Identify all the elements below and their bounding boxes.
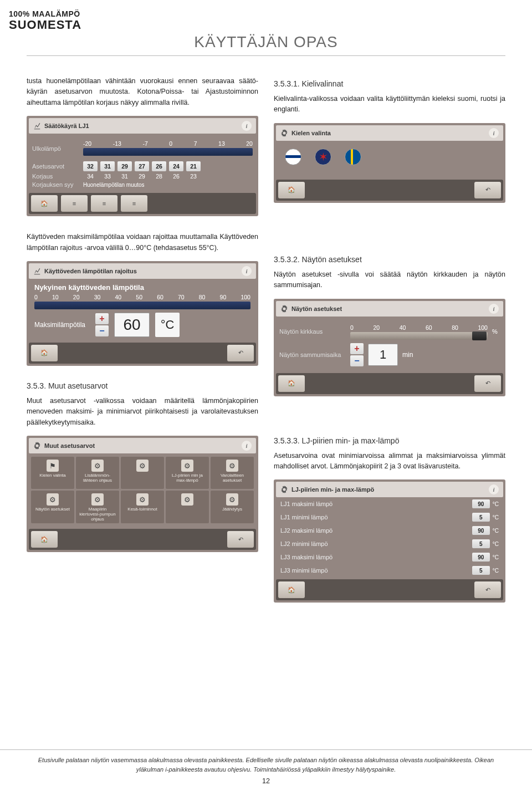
val-box[interactable]: 21 — [186, 161, 201, 171]
info-icon[interactable]: i — [489, 484, 499, 494]
foot-btn[interactable]: ≡ — [121, 195, 147, 212]
lj-row: LJ2 maksimi lämpö90°C — [276, 524, 503, 537]
scale-val: 70 — [178, 294, 185, 300]
scale-val: 30 — [94, 294, 101, 300]
info-icon[interactable]: i — [242, 121, 252, 131]
info-icon[interactable]: i — [242, 266, 252, 276]
scale-val: 60 — [426, 324, 432, 331]
panel-footer: 🏠 ↶ — [29, 529, 256, 550]
flag-english[interactable] — [315, 149, 331, 165]
back-button[interactable]: ↶ — [227, 345, 254, 361]
plus-button[interactable]: + — [350, 343, 364, 354]
lj-value[interactable]: 90 — [472, 526, 490, 535]
val-box[interactable]: 26 — [152, 161, 166, 171]
info-icon[interactable]: i — [489, 304, 499, 314]
val-box[interactable]: 32 — [83, 161, 98, 171]
scale-val: 80 — [199, 294, 206, 300]
back-button[interactable]: ↶ — [474, 182, 501, 198]
left-para1: tusta huonelämpötilaan vähintään vuoroka… — [27, 76, 258, 108]
chart-icon — [33, 267, 41, 275]
gear-icon: ⚙ — [136, 493, 149, 506]
setting-cell[interactable]: ⚙LJ-piirien min ja max-lämpö — [166, 457, 209, 489]
gear-icon: ⚙ — [91, 460, 104, 472]
temp-bar[interactable] — [34, 302, 250, 309]
home-button[interactable]: 🏠 — [31, 531, 58, 548]
lj-value[interactable]: 90 — [472, 499, 490, 508]
scale-val: 100 — [478, 324, 488, 331]
lj-value[interactable]: 5 — [472, 539, 490, 548]
right-para1: Kielivalinta-valikossa voidaan valita kä… — [274, 94, 505, 115]
back-button[interactable]: ↶ — [227, 531, 254, 548]
scale-val: 20 — [73, 294, 80, 300]
panel-footer: 🏠 ↶ — [29, 343, 256, 364]
home-button[interactable]: 🏠 — [278, 375, 305, 392]
setting-cell[interactable]: ⚙ — [121, 457, 164, 489]
scale-val: 10 — [52, 294, 59, 300]
home-button[interactable]: 🏠 — [278, 581, 305, 598]
heading-3531: 3.5.3.1. Kielivalinnat — [274, 79, 505, 88]
brand-line2: SUOMESTA — [9, 18, 81, 32]
timeout-value[interactable]: 1 — [368, 344, 398, 366]
gear-icon: ⚙ — [136, 460, 149, 472]
setting-cell[interactable]: ⚙Lisälämmön-lähteen ohjaus — [76, 457, 119, 489]
val-plain: 29 — [135, 173, 149, 180]
page-number: 12 — [27, 777, 505, 785]
info-icon[interactable]: i — [489, 128, 499, 138]
left-para2: Käyttöveden maksimilämpötilaa voidaan ra… — [27, 232, 258, 253]
val-box[interactable]: 31 — [100, 161, 115, 171]
page-title: KÄYTTÄJÄN OPAS — [27, 33, 505, 56]
minus-button[interactable]: − — [350, 355, 364, 366]
plus-button[interactable]: + — [95, 313, 109, 324]
lj-value[interactable]: 5 — [472, 566, 490, 575]
lj-row: LJ1 minimi lämpö5°C — [276, 511, 503, 524]
scale-val: 20 — [246, 140, 253, 147]
val-box[interactable]: 24 — [169, 161, 183, 171]
heading-3532: 3.5.3.2. Näytön asetukset — [274, 255, 505, 264]
val-plain: 23 — [186, 173, 201, 180]
flag-finnish[interactable] — [285, 149, 301, 165]
scale-val: 0 — [169, 140, 172, 147]
setting-cell[interactable]: ⚙Jäähdytys — [211, 491, 254, 523]
flag-icon: ⚑ — [47, 460, 59, 472]
pct-label: % — [492, 328, 500, 335]
panel-kielen: Kielen valinta i 🏠 ↶ — [274, 123, 505, 203]
brightness-slider[interactable] — [350, 332, 488, 340]
gear-icon — [280, 129, 288, 137]
val-box[interactable]: 27 — [135, 161, 149, 171]
val-plain: 28 — [152, 173, 166, 180]
heading-353: 3.5.3. Muut asetusarvot — [27, 381, 258, 390]
flag-swedish[interactable] — [345, 149, 361, 165]
panel-footer: 🏠 ↶ — [276, 373, 503, 394]
minus-button[interactable]: − — [95, 325, 109, 336]
panel-title: Kielen valinta — [291, 130, 331, 136]
setting-cell[interactable]: ⚙Näytön asetukset — [31, 491, 74, 523]
panel-title: Käyttöveden lämpötilan rajoitus — [44, 268, 137, 274]
panel-lj: LJ-piirien min- ja max-lämpö i LJ1 maksi… — [274, 479, 505, 603]
panel-titlebar: Kielen valinta i — [276, 125, 503, 141]
gear-icon — [280, 305, 288, 313]
row-label: Asetusarvot — [32, 163, 79, 170]
back-button[interactable]: ↶ — [474, 581, 501, 598]
setting-cell[interactable]: ⚙Varolaitteen asetukset — [211, 457, 254, 489]
foot-btn[interactable]: ≡ — [61, 195, 88, 212]
setting-cell[interactable]: ⚑Kielen valinta — [31, 457, 74, 489]
lj-value[interactable]: 90 — [472, 553, 490, 562]
home-button[interactable]: 🏠 — [278, 182, 305, 198]
panel-title: Säätökäyrä LJ1 — [44, 123, 89, 129]
val-plain: 34 — [83, 173, 98, 180]
home-button[interactable]: 🏠 — [31, 195, 58, 212]
setting-cell[interactable]: ⚙Kesä-toiminnot — [121, 491, 164, 523]
setting-cell[interactable]: ⚙Maapiirin kiertovesi-pumpun ohjaus — [76, 491, 119, 523]
foot-btn[interactable]: ≡ — [91, 195, 117, 212]
back-button[interactable]: ↶ — [474, 375, 501, 392]
right-para3: Asetusarvoina ovat minimiarvoissa alimma… — [274, 451, 505, 472]
bar-track[interactable] — [83, 148, 253, 156]
home-button[interactable]: 🏠 — [31, 345, 58, 361]
val-box[interactable]: 29 — [117, 161, 132, 171]
slider-knob[interactable] — [472, 331, 487, 340]
info-icon[interactable]: i — [242, 441, 252, 451]
temp-value[interactable]: 60 — [114, 313, 150, 337]
lj-value[interactable]: 5 — [472, 513, 490, 522]
setting-cell[interactable]: ⚙ — [166, 491, 209, 523]
row-label: Korjauksen syy — [32, 181, 79, 188]
